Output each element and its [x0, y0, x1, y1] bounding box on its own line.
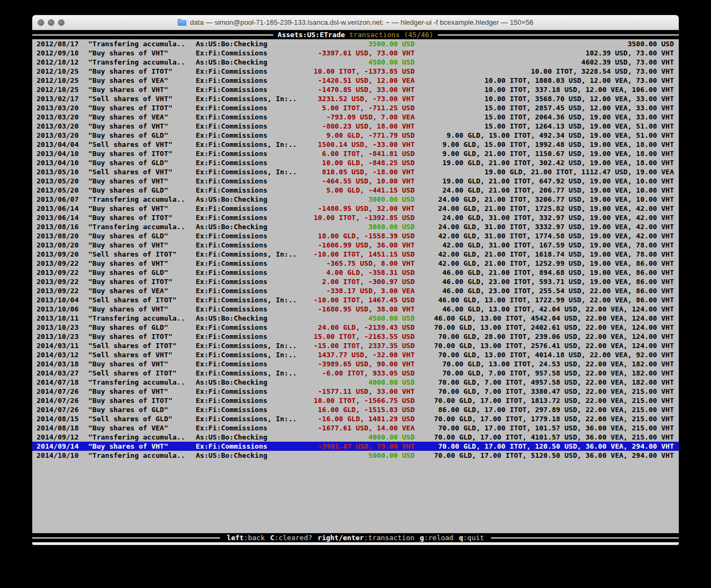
transaction-amount: -464.55 USD, 10.00 VHT	[299, 176, 415, 186]
transaction-other-accounts: Ex:Fi:Commissions	[196, 268, 299, 277]
transaction-running-balance: 15.00 ITOT, 1264.13 USD, 19.00 VEA, 51.0…	[415, 122, 674, 131]
transaction-row[interactable]: 2013/09/20 "Sell shares of ITOT" Ex:Fi:C…	[32, 250, 679, 259]
transaction-other-accounts: Ex:Fi:Commissions	[196, 213, 299, 222]
transaction-description: "Buy shares of GLD"	[88, 158, 196, 167]
transaction-date: 2013/08/16	[37, 222, 88, 231]
transaction-amount: 10.00 ITOT, -1566.75 USD	[299, 396, 415, 405]
transaction-other-accounts: Ex:Fi:Commissions	[196, 76, 299, 85]
transaction-row[interactable]: 2013/03/20 "Buy shares of GLD" Ex:Fi:Com…	[32, 131, 679, 140]
transaction-date: 2013/10/04	[37, 295, 88, 304]
transaction-row[interactable]: 2012/09/18 "Buy shares of VHT" Ex:Fi:Com…	[32, 48, 679, 58]
transaction-row[interactable]: 2013/08/16 "Transfering accumula.. As:US…	[32, 222, 679, 231]
transaction-row[interactable]: 2014/07/26 "Buy shares of GLD" Ex:Fi:Com…	[32, 405, 679, 414]
transaction-row[interactable]: 2013/10/04 "Sell shares of ITOT" Ex:Fi:C…	[32, 295, 679, 304]
transaction-amount: 4.00 GLD, -358.31 USD	[299, 268, 415, 277]
transaction-date: 2014/08/18	[37, 423, 88, 433]
transaction-row[interactable]: 2013/03/20 "Buy shares of ITOT" Ex:Fi:Co…	[32, 103, 679, 112]
transaction-running-balance: 102.39 USD, 73.00 VHT	[415, 48, 674, 58]
transaction-description: "Sell shares of VHT"	[88, 94, 196, 103]
minimize-button[interactable]	[48, 19, 54, 26]
transaction-description: "Sell shares of ITOT"	[88, 369, 196, 378]
transaction-row[interactable]: 2014/08/15 "Sell shares of GLD" Ex:Fi:Co…	[32, 414, 679, 423]
transaction-row[interactable]: 2013/05/20 "Buy shares of VHT" Ex:Fi:Com…	[32, 176, 679, 186]
transaction-description: "Buy shares of VHT"	[88, 85, 196, 94]
transaction-other-accounts: Ex:Fi:Commissions	[196, 332, 299, 341]
transaction-row[interactable]: 2013/09/22 "Buy shares of ITOT" Ex:Fi:Co…	[32, 277, 679, 286]
transaction-running-balance: 9.00 GLD, 21.00 ITOT, 1150.67 USD, 19.00…	[415, 149, 674, 158]
transaction-amount: -1577.11 USD, 33.00 VHT	[299, 387, 415, 396]
transaction-row[interactable]: 2013/04/10 "Buy shares of ITOT" Ex:Fi:Co…	[32, 149, 679, 158]
transaction-description: "Buy shares of ITOT"	[88, 67, 196, 76]
transaction-row[interactable]: 2012/10/25 "Buy shares of VHT" Ex:Fi:Com…	[32, 85, 679, 94]
transaction-row[interactable]: 2013/10/23 "Buy shares of ITOT" Ex:Fi:Co…	[32, 332, 679, 341]
transaction-row[interactable]: 2013/09/22 "Buy shares of GLD" Ex:Fi:Com…	[32, 268, 679, 277]
window-controls	[38, 19, 65, 26]
transaction-amount: 4500.00 USD	[299, 58, 415, 67]
transaction-running-balance: 70.00 GLD, 13.00 ITOT, 2576.41 USD, 22.0…	[415, 341, 674, 350]
transaction-row[interactable]: 2013/06/07 "Transfering accumula.. As:US…	[32, 195, 679, 204]
transaction-amount: -338.17 USD, 3.00 VEA	[299, 286, 415, 295]
transaction-description: "Buy shares of GLD"	[88, 405, 196, 414]
folder-icon	[177, 19, 187, 26]
transaction-description: "Buy shares of ITOT"	[88, 396, 196, 405]
transaction-amount: -16.00 GLD, 1481.29 USD	[299, 414, 415, 423]
transaction-row[interactable]: 2013/10/23 "Buy shares of GLD" Ex:Fi:Com…	[32, 323, 679, 332]
transaction-row[interactable]: 2013/09/22 "Buy shares of VEA" Ex:Fi:Com…	[32, 286, 679, 295]
transaction-running-balance: 70.00 GLD, 7.00 ITOT, 957.58 USD, 22.00 …	[415, 369, 674, 378]
transaction-row[interactable]: 2013/04/10 "Buy shares of GLD" Ex:Fi:Com…	[32, 158, 679, 167]
terminal-window: data — simon@pool-71-165-239-133.lsanca.…	[32, 15, 679, 545]
transaction-amount: 1500.14 USD, -33.00 VHT	[299, 140, 415, 149]
transaction-row[interactable]: 2012/10/25 "Buy shares of ITOT" Ex:Fi:Co…	[32, 67, 679, 76]
transaction-description: "Sell shares of VHT"	[88, 167, 196, 176]
transaction-date: 2013/08/20	[37, 240, 88, 250]
transaction-date: 2013/03/20	[37, 122, 88, 131]
transaction-date: 2013/10/23	[37, 323, 88, 332]
transaction-row[interactable]: 2013/05/20 "Buy shares of GLD" Ex:Fi:Com…	[32, 186, 679, 195]
transaction-other-accounts: Ex:Fi:Commissions	[196, 442, 299, 451]
transaction-date: 2013/02/17	[37, 94, 88, 103]
transaction-row[interactable]: 2013/09/22 "Buy shares of VHT" Ex:Fi:Com…	[32, 259, 679, 268]
transaction-amount: -10.00 ITOT, 1451.15 USD	[299, 250, 415, 259]
transaction-running-balance: 24.00 GLD, 31.00 ITOT, 332.97 USD, 19.00…	[415, 213, 674, 222]
transaction-row[interactable]: 2012/10/25 "Buy shares of VEA" Ex:Fi:Com…	[32, 76, 679, 85]
transaction-running-balance: 10.00 ITOT, 3568.70 USD, 12.00 VEA, 33.0…	[415, 94, 674, 103]
transaction-row[interactable]: 2013/04/04 "Sell shares of VHT" Ex:Fi:Co…	[32, 140, 679, 149]
transaction-other-accounts: Ex:Fi:Commissions	[196, 277, 299, 286]
transaction-running-balance: 70.00 GLD, 17.00 ITOT, 1779.18 USD, 22.0…	[415, 414, 674, 423]
transaction-amount: 18.00 GLD, -1558.39 USD	[299, 231, 415, 240]
empty-area	[32, 460, 679, 533]
transaction-row[interactable]: 2013/03/20 "Buy shares of VHT" Ex:Fi:Com…	[32, 122, 679, 131]
transaction-running-balance: 42.00 GLD, 21.00 ITOT, 1252.99 USD, 19.0…	[415, 259, 674, 268]
transaction-row[interactable]: 2012/08/17 "Transfering accumula.. As:US…	[32, 39, 679, 48]
transaction-amount: -1680.95 USD, 38.00 VHT	[299, 304, 415, 314]
transaction-row[interactable]: 2014/08/18 "Buy shares of VEA" Ex:Fi:Com…	[32, 423, 679, 433]
close-button[interactable]	[38, 19, 44, 26]
transaction-row[interactable]: 2014/07/26 "Buy shares of ITOT" Ex:Fi:Co…	[32, 396, 679, 405]
transaction-description: "Transfering accumula..	[88, 222, 196, 231]
transaction-amount: 810.05 USD, -18.00 VHT	[299, 167, 415, 176]
transaction-description: "Buy shares of GLD"	[88, 268, 196, 277]
transaction-row[interactable]: 2013/06/14 "Buy shares of VHT" Ex:Fi:Com…	[32, 204, 679, 213]
transaction-row[interactable]: 2014/03/18 "Buy shares of VHT" Ex:Fi:Com…	[32, 359, 679, 369]
transaction-row[interactable]: 2014/09/14 "Buy shares of VHT" Ex:Fi:Com…	[32, 442, 679, 451]
transaction-running-balance: 70.00 GLD, 13.00 ITOT, 4014.18 USD, 22.0…	[415, 350, 674, 359]
transaction-date: 2012/10/25	[37, 85, 88, 94]
transaction-row[interactable]: 2013/10/06 "Buy shares of VHT" Ex:Fi:Com…	[32, 304, 679, 314]
transaction-row[interactable]: 2013/02/17 "Sell shares of VHT" Ex:Fi:Co…	[32, 94, 679, 103]
transaction-row[interactable]: 2014/03/27 "Sell shares of ITOT" Ex:Fi:C…	[32, 369, 679, 378]
transaction-row[interactable]: 2014/10/10 "Transfering accumula.. As:US…	[32, 451, 679, 460]
zoom-button[interactable]	[58, 19, 65, 26]
transaction-row[interactable]: 2013/06/14 "Buy shares of ITOT" Ex:Fi:Co…	[32, 213, 679, 222]
transaction-row[interactable]: 2013/10/11 "Transfering accumula.. As:US…	[32, 314, 679, 323]
transaction-row[interactable]: 2014/03/12 "Sell shares of VHT" Ex:Fi:Co…	[32, 350, 679, 359]
transaction-row[interactable]: 2014/03/11 "Sell shares of ITOT" Ex:Fi:C…	[32, 341, 679, 350]
transaction-row[interactable]: 2013/08/20 "Buy shares of GLD" Ex:Fi:Com…	[32, 231, 679, 240]
transaction-row[interactable]: 2013/08/20 "Buy shares of VHT" Ex:Fi:Com…	[32, 240, 679, 250]
transaction-row[interactable]: 2013/05/10 "Sell shares of VHT" Ex:Fi:Co…	[32, 167, 679, 176]
transaction-row[interactable]: 2014/07/18 "Transfering accumula.. As:US…	[32, 378, 679, 387]
view-mode-title: transactions (45/46)	[349, 31, 433, 39]
transaction-row[interactable]: 2012/10/12 "Transfering accumula.. As:US…	[32, 58, 679, 67]
transaction-row[interactable]: 2014/09/12 "Transfering accumula.. As:US…	[32, 433, 679, 442]
transaction-row[interactable]: 2013/03/20 "Buy shares of VEA" Ex:Fi:Com…	[32, 112, 679, 122]
transaction-row[interactable]: 2014/07/26 "Buy shares of VHT" Ex:Fi:Com…	[32, 387, 679, 396]
